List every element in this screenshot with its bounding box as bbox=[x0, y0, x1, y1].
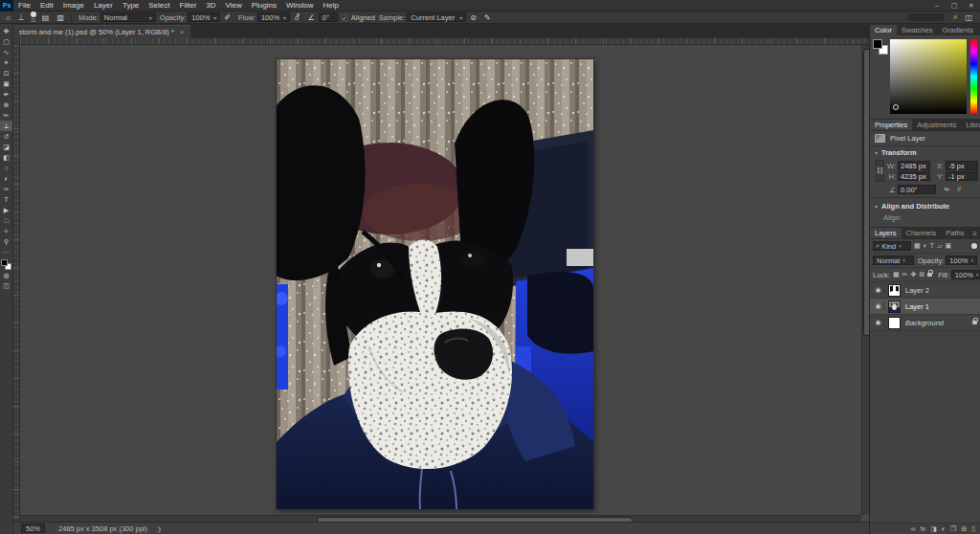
layer-name[interactable]: Background bbox=[905, 319, 944, 327]
tab-channels[interactable]: Channels bbox=[902, 228, 942, 238]
gradient-tool[interactable]: ◧ bbox=[0, 152, 12, 163]
lasso-tool[interactable]: ∿ bbox=[0, 47, 12, 57]
move-tool[interactable]: ✥ bbox=[0, 26, 12, 36]
close-button[interactable]: ✕ bbox=[963, 1, 980, 11]
layer-row-layer1[interactable]: ◉ Layer 1 bbox=[870, 299, 980, 315]
layers-panel-menu-icon[interactable]: ≡ bbox=[972, 230, 980, 238]
brush-tool[interactable]: ✏ bbox=[0, 110, 12, 121]
filter-adjustment-icon[interactable]: ◐ bbox=[924, 242, 927, 250]
tab-libraries[interactable]: Libraries bbox=[961, 120, 980, 130]
clone-source-panel-icon[interactable]: ▥ bbox=[53, 13, 68, 22]
minimize-button[interactable]: – bbox=[928, 1, 946, 11]
menu-plugins[interactable]: Plugins bbox=[247, 1, 281, 10]
flip-buttons[interactable]: ⇋ ⥯ bbox=[944, 186, 965, 193]
lock-all-icon[interactable] bbox=[927, 273, 932, 277]
shape-tool[interactable]: □ bbox=[0, 215, 12, 226]
lock-position-icon[interactable]: ✥ bbox=[910, 271, 916, 278]
layer-row-layer2[interactable]: ◉ Layer 2 bbox=[870, 282, 980, 299]
flow-select[interactable]: 100%▾ bbox=[257, 12, 290, 22]
saturation-brightness-picker[interactable] bbox=[890, 39, 967, 114]
menu-layer[interactable]: Layer bbox=[89, 1, 118, 10]
link-dimensions-icon[interactable]: ⛓ bbox=[876, 160, 884, 182]
x-field[interactable]: -5 px bbox=[946, 161, 978, 170]
filter-smart-object-icon[interactable]: ▣ bbox=[946, 242, 952, 250]
airbrush-icon[interactable]: ⚦ bbox=[290, 13, 304, 22]
y-field[interactable]: -1 px bbox=[946, 171, 978, 181]
quick-mask-icon[interactable]: ◍ bbox=[0, 270, 12, 280]
layer-thumbnail[interactable] bbox=[888, 284, 901, 297]
tab-adjustments[interactable]: Adjustments bbox=[912, 120, 961, 130]
layer-style-icon[interactable]: fx bbox=[921, 525, 925, 532]
crop-tool[interactable]: ⊡ bbox=[0, 68, 12, 78]
foreground-color-swatch[interactable] bbox=[873, 39, 882, 49]
pressure-opacity-icon[interactable]: ✐ bbox=[220, 13, 234, 22]
visibility-eye-icon[interactable]: ◉ bbox=[873, 302, 884, 310]
home-icon[interactable]: ⌂ bbox=[2, 13, 14, 22]
ignore-adjustment-layers-icon[interactable]: ⊘ bbox=[466, 13, 480, 22]
zoom-tool[interactable]: ⚲ bbox=[0, 236, 12, 247]
blend-mode-select[interactable]: Normal▾ bbox=[873, 256, 914, 265]
horizontal-scrollbar-thumb[interactable] bbox=[317, 517, 633, 522]
adjustment-layer-icon[interactable]: ◐ bbox=[942, 525, 946, 532]
menu-help[interactable]: Help bbox=[318, 1, 343, 10]
foreground-background-swatches[interactable] bbox=[1, 259, 11, 270]
vertical-scrollbar[interactable] bbox=[861, 45, 869, 515]
new-group-icon[interactable]: ❒ bbox=[950, 525, 956, 533]
add-mask-icon[interactable]: ◨ bbox=[930, 525, 937, 533]
menu-filter[interactable]: Filter bbox=[175, 1, 202, 10]
visibility-eye-icon[interactable]: ◉ bbox=[873, 286, 884, 294]
color-picker-cursor[interactable] bbox=[893, 104, 899, 110]
workspace-switcher-icon[interactable]: ◫ bbox=[961, 13, 976, 22]
path-selection-tool[interactable]: ▶ bbox=[0, 205, 12, 215]
filter-toggle-icon[interactable] bbox=[971, 243, 977, 249]
color-panel-swatches[interactable] bbox=[873, 39, 888, 55]
layer-name[interactable]: Layer 2 bbox=[905, 286, 929, 295]
mode-select[interactable]: Normal▾ bbox=[100, 12, 156, 22]
layer-row-background[interactable]: ◉ Background bbox=[870, 315, 980, 331]
rotation-field[interactable]: 0.00° bbox=[898, 185, 936, 194]
menu-view[interactable]: View bbox=[221, 1, 247, 10]
filter-pixel-icon[interactable]: ▦ bbox=[914, 242, 921, 250]
vertical-scrollbar-thumb[interactable] bbox=[863, 49, 869, 336]
brush-preset-picker[interactable]: 31 bbox=[31, 11, 36, 23]
search-icon[interactable]: ⌕ bbox=[949, 12, 961, 22]
lock-pixels-icon[interactable]: ✏ bbox=[902, 271, 908, 278]
tab-paths[interactable]: Paths bbox=[941, 228, 969, 238]
new-layer-icon[interactable]: ⊞ bbox=[961, 525, 967, 533]
pressure-size-icon[interactable]: ✎ bbox=[480, 13, 495, 22]
dodge-tool[interactable]: ◐ bbox=[0, 173, 12, 184]
frame-tool[interactable]: ▣ bbox=[0, 78, 12, 89]
type-tool[interactable]: T bbox=[0, 194, 12, 205]
maximize-button[interactable]: ▢ bbox=[946, 1, 963, 11]
hue-slider[interactable] bbox=[970, 39, 977, 114]
history-brush-tool[interactable]: ↺ bbox=[0, 131, 12, 142]
tab-close-icon[interactable]: × bbox=[180, 28, 185, 36]
lock-transparency-icon[interactable]: ▦ bbox=[893, 271, 900, 278]
menu-3d[interactable]: 3D bbox=[201, 1, 220, 10]
screen-mode-icon[interactable]: ◫ bbox=[0, 280, 12, 291]
background-lock-icon[interactable] bbox=[972, 321, 977, 324]
menu-window[interactable]: Window bbox=[281, 1, 318, 10]
eraser-tool[interactable]: ◪ bbox=[0, 142, 12, 152]
angle-field[interactable]: 0° bbox=[319, 12, 338, 22]
layer-opacity-select[interactable]: 100%▾ bbox=[946, 256, 977, 265]
foreground-color-swatch[interactable] bbox=[1, 259, 8, 266]
status-options-chevron-icon[interactable]: ❯ bbox=[157, 525, 162, 532]
eyedropper-tool[interactable]: ✒ bbox=[0, 89, 12, 100]
delete-layer-icon[interactable]: ▯ bbox=[971, 525, 975, 533]
healing-brush-tool[interactable]: ⊕ bbox=[0, 100, 12, 110]
menu-type[interactable]: Type bbox=[118, 1, 144, 10]
edit-toolbar-icon[interactable]: ⋯ bbox=[0, 247, 12, 257]
quick-selection-tool[interactable]: ✶ bbox=[0, 57, 12, 68]
aligned-checkbox[interactable]: ✓ Aligned bbox=[342, 13, 375, 22]
layer-fill-select[interactable]: 100%▾ bbox=[951, 270, 980, 279]
align-section-header[interactable]: ▾ Align and Distribute bbox=[870, 200, 980, 212]
layer-filter-select[interactable]: ⌕ Kind ▾ bbox=[873, 241, 911, 251]
clone-stamp-tool[interactable]: ⊥ bbox=[0, 121, 12, 131]
hand-tool[interactable]: ✧ bbox=[0, 226, 12, 236]
lock-artboard-icon[interactable]: ⊞ bbox=[919, 271, 924, 278]
menu-select[interactable]: Select bbox=[144, 1, 174, 10]
height-field[interactable]: 4235 px bbox=[898, 171, 930, 181]
zoom-level-field[interactable]: 50% bbox=[21, 523, 45, 533]
tab-gradients[interactable]: Gradients bbox=[937, 25, 978, 35]
